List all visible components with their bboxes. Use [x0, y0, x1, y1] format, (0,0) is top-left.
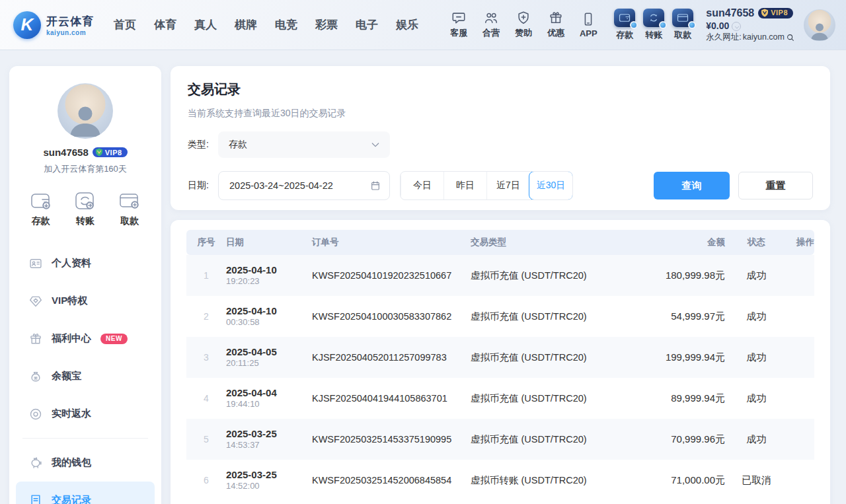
transfer-button[interactable]: 转账	[643, 9, 664, 41]
row-amount: 199,999.94元	[636, 351, 725, 364]
deposit-button[interactable]: 存款	[614, 9, 635, 41]
reset-button[interactable]: 重置	[738, 172, 813, 199]
row-transaction-type: 虚拟币充值 (USDT/TRC20)	[471, 270, 636, 282]
column-header: 序号	[186, 236, 226, 248]
nav-item[interactable]: 电竞	[275, 17, 297, 32]
nav-item[interactable]: 体育	[154, 17, 176, 32]
row-status: 成功	[725, 310, 788, 323]
row-number: 1	[186, 270, 226, 281]
date-range-input[interactable]: 2025-03-24~2025-04-22	[218, 171, 390, 200]
row-time: 19:20:23	[226, 276, 312, 287]
date-filter-row: 日期: 2025-03-24~2025-04-22 今日昨日近7日近30日 查询…	[188, 171, 813, 200]
column-header: 金额	[636, 236, 725, 248]
row-amount: 180,999.98元	[636, 270, 725, 282]
profile-sidebar: sun47658 VIP8 加入开云体育第160天 存款 转账 取款 个人资料 …	[9, 66, 161, 504]
quick-range-button[interactable]: 昨日	[443, 172, 486, 199]
sidebar-divider	[22, 438, 148, 439]
shield-plus-icon	[516, 11, 531, 25]
nav-item[interactable]: 真人	[194, 17, 217, 32]
vip-shield-icon	[761, 9, 769, 17]
row-status: 成功	[725, 270, 788, 282]
column-header: 订单号	[312, 236, 471, 248]
quick-range-button[interactable]: 今日	[401, 172, 443, 199]
partnership-button[interactable]: 合营	[479, 11, 503, 39]
nav-item[interactable]: 电子	[356, 17, 378, 32]
row-transaction-type: 虚拟币充值 (USDT/TRC20)	[471, 351, 636, 364]
sidebar-transfer-button[interactable]: 转账	[74, 191, 96, 227]
sidebar-deposit-button[interactable]: 存款	[30, 191, 52, 227]
date-label: 日期:	[188, 180, 218, 192]
row-order-number: KJSF202504052011257099783	[312, 352, 471, 363]
nav-item[interactable]: 首页	[114, 17, 136, 32]
user-avatar[interactable]	[804, 9, 835, 41]
row-status: 成功	[725, 392, 788, 405]
sidebar-item-rebate[interactable]: 实时返水	[9, 395, 161, 433]
quick-range-button[interactable]: 近30日	[529, 171, 573, 200]
row-status: 已取消	[725, 474, 788, 487]
quick-action-label: 转账	[76, 215, 95, 227]
sidebar-item-yuebao[interactable]: 余额宝	[9, 357, 161, 395]
search-icon[interactable]	[786, 33, 795, 42]
row-order-number: KWSF202503251452006845854	[312, 475, 471, 486]
brand-name: 开云体育	[46, 14, 94, 29]
main-navigation: 首页体育真人棋牌电竞彩票电子娱乐	[114, 17, 418, 32]
brand-domain: kaiyun.com	[46, 29, 94, 36]
row-transaction-type: 虚拟币充值 (USDT/TRC20)	[471, 310, 636, 323]
nav-item[interactable]: 棋牌	[235, 17, 257, 32]
row-number: 6	[186, 475, 226, 486]
quick-range-button[interactable]: 近7日	[486, 172, 529, 199]
sidebar-withdraw-button[interactable]: 取款	[118, 191, 141, 227]
new-badge: NEW	[100, 334, 128, 344]
logo-icon: K	[13, 11, 41, 39]
row-order-number: KWSF202504101920232510667	[312, 270, 471, 281]
card-outline-icon	[118, 191, 141, 211]
topbar-right-cluster: 客服 合营 赞助 优惠 APP 存款	[447, 7, 835, 43]
table-row: 6 2025-03-25 14:52:00 KWSF20250325145200…	[186, 460, 814, 501]
app-download-button[interactable]: APP	[576, 12, 600, 38]
type-select[interactable]: 存款	[218, 131, 390, 158]
transfer-arrows-icon	[643, 9, 664, 27]
brand-logo[interactable]: K 开云体育 kaiyun.com	[13, 11, 94, 39]
row-amount: 89,999.94元	[636, 392, 725, 405]
row-time: 00:30:58	[226, 317, 312, 328]
filter-card: 交易记录 当前系统支持查询最近30日的交易记录 类型: 存款 日期: 2025-…	[171, 66, 830, 210]
receipt-list-icon	[29, 494, 42, 504]
table-row: 1 2025-04-10 19:20:23 KWSF20250410192023…	[186, 255, 814, 296]
quick-item-label: 优惠	[547, 27, 564, 39]
chevron-down-icon	[370, 139, 381, 150]
sponsorship-button[interactable]: 赞助	[512, 11, 535, 39]
quick-item-label: 客服	[450, 27, 467, 39]
promotions-button[interactable]: 优惠	[544, 11, 568, 39]
chat-bubble-icon	[451, 11, 466, 25]
sidebar-item-transactions[interactable]: 交易记录	[16, 482, 155, 504]
row-time: 14:53:37	[226, 440, 312, 451]
customer-service-button[interactable]: 客服	[447, 11, 471, 39]
date-range-value: 2025-03-24~2025-04-22	[229, 180, 333, 191]
row-date: 2025-04-05 20:11:25	[226, 345, 312, 369]
quick-action-label: 存款	[32, 215, 50, 227]
deposit-wallet-icon	[614, 9, 635, 27]
withdraw-button[interactable]: 取款	[672, 9, 693, 41]
balance-amount: ¥0.00	[706, 20, 729, 32]
sidebar-item-wallet[interactable]: 我的钱包	[9, 444, 161, 482]
sidebar-item-benefits[interactable]: 福利中心 NEW	[9, 320, 161, 357]
table-row: 4 2025-04-04 19:44:10 KJSF20250404194410…	[186, 378, 814, 419]
money-pot-icon	[29, 370, 42, 383]
nav-item[interactable]: 娱乐	[396, 17, 418, 32]
row-status: 成功	[725, 351, 788, 364]
wallet-item-label: 转账	[645, 29, 662, 41]
permanent-url-value: kaiyun.com	[743, 32, 785, 43]
id-card-icon	[29, 257, 42, 270]
balance-dropdown-icon[interactable]	[732, 22, 741, 31]
sidebar-item-profile[interactable]: 个人资料	[9, 244, 161, 282]
transfer-outline-icon	[74, 191, 96, 211]
wallet-actions: 存款 转账 取款	[614, 9, 693, 41]
permanent-url-label: 永久网址:	[706, 32, 741, 43]
search-button[interactable]: 查询	[654, 172, 730, 199]
sidebar-item-vip[interactable]: VIP特权	[9, 282, 161, 320]
nav-item[interactable]: 彩票	[315, 17, 338, 32]
wallet-item-label: 取款	[674, 29, 691, 41]
people-icon	[484, 11, 498, 25]
table-body: 1 2025-04-10 19:20:23 KWSF20250410192023…	[186, 255, 814, 501]
table-row: 5 2025-03-25 14:53:37 KWSF20250325145337…	[186, 419, 814, 460]
